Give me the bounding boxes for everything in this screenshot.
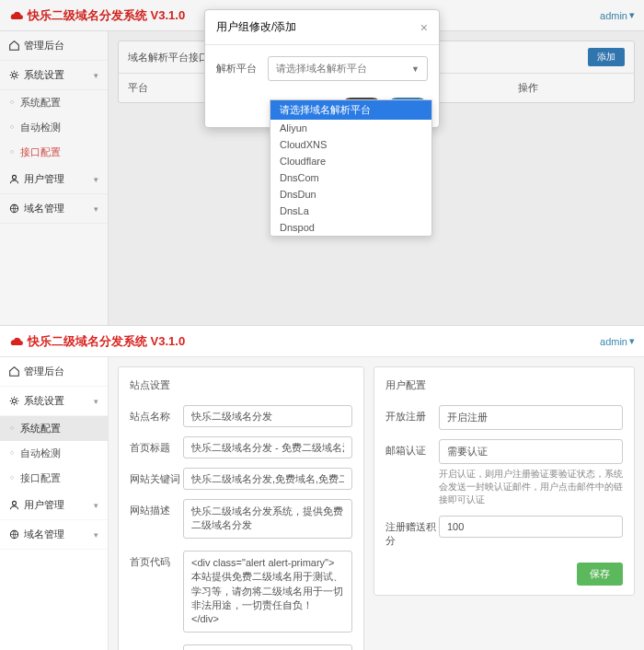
sidebar: 管理后台 系统设置▾ 系统配置 自动检测 接口配置 用户管理▾ 域名管理▾: [0, 357, 109, 650]
keywords-label: 网站关键词: [130, 468, 183, 486]
dd-option[interactable]: Dnspod: [270, 219, 431, 236]
card-title: 用户配置: [385, 378, 623, 392]
svg-point-4: [12, 501, 16, 505]
mail-hint: 开启认证，则用户注册验证要验证状态，系统会发送一封映认证邮件，用户点击邮件中的链…: [439, 468, 623, 506]
dd-option[interactable]: DnsDun: [270, 186, 431, 203]
notice-textarea[interactable]: 本站提供免费二级域名用于测试、学习等，请勿将二级域名用于一切非法用途，一切责任自…: [183, 644, 352, 650]
keywords-input[interactable]: [183, 468, 352, 490]
topbar: 快乐二级域名分发系统 V3.1.0 admin▾: [0, 326, 644, 357]
site-name-input[interactable]: [183, 405, 352, 427]
nav-system[interactable]: 系统设置▾: [0, 387, 108, 416]
dd-option[interactable]: DnsLa: [270, 203, 431, 219]
dd-option[interactable]: DnsCom: [270, 169, 431, 186]
homecode-label: 首页代码: [130, 551, 183, 569]
reg-select[interactable]: 开启注册: [439, 405, 623, 430]
notice-label: 用户公告: [130, 644, 183, 650]
pagetitle-label: 首页标题: [130, 436, 183, 455]
save-button[interactable]: 保存: [577, 563, 623, 586]
nav-sub-apiconf[interactable]: 接口配置: [0, 466, 108, 491]
reg-label: 开放注册: [385, 405, 439, 424]
dd-option[interactable]: CloudXNS: [270, 136, 431, 153]
gift-input[interactable]: [439, 516, 623, 538]
desc-label: 网站描述: [130, 499, 183, 517]
modal-title: 用户组修改/添加: [216, 19, 296, 35]
gift-label: 注册赠送积分: [385, 516, 439, 548]
chevron-down-icon: ▾: [94, 530, 98, 540]
nav-sub-sysconf[interactable]: 系统配置: [0, 416, 108, 441]
globe-icon: [9, 529, 19, 540]
nav-domains[interactable]: 域名管理▾: [0, 520, 108, 550]
dd-option[interactable]: Cloudflare: [270, 153, 431, 169]
platform-select[interactable]: 请选择域名解析平台 ▼: [268, 56, 428, 81]
platform-label: 解析平台: [216, 62, 260, 75]
home-icon: [9, 366, 19, 377]
gear-icon: [9, 396, 19, 406]
chevron-down-icon: ▼: [411, 64, 420, 74]
svg-point-3: [12, 399, 16, 402]
chevron-down-icon: ▾: [94, 501, 98, 510]
admin-menu[interactable]: admin▾: [600, 335, 635, 347]
user-config-card: 用户配置 开放注册 开启注册 邮箱认证 需要认证 开启认证，则用户注册验证要验证…: [374, 366, 635, 596]
cloud-icon: [9, 336, 24, 347]
dd-option[interactable]: 请选择域名解析平台: [270, 100, 431, 120]
chevron-down-icon: ▾: [629, 335, 635, 347]
card-title: 站点设置: [130, 378, 352, 392]
chevron-down-icon: ▾: [94, 397, 98, 406]
nav-dashboard[interactable]: 管理后台: [0, 357, 108, 387]
nav-users[interactable]: 用户管理▾: [0, 491, 108, 520]
site-settings-card: 站点设置 站点名称 首页标题 网站关键词: [118, 366, 364, 650]
homecode-textarea[interactable]: <div class="alert alert-primary"> 本站提供免费…: [183, 551, 352, 633]
mail-select[interactable]: 需要认证: [439, 439, 623, 464]
pagetitle-input[interactable]: [183, 436, 352, 458]
site-name-label: 站点名称: [130, 405, 183, 424]
platform-dropdown: 请选择域名解析平台 Aliyun CloudXNS Cloudflare Dns…: [270, 99, 432, 237]
mail-label: 邮箱认证: [385, 439, 439, 458]
desc-textarea[interactable]: 快乐二级域名分发系统，提供免费二级域名分发: [183, 499, 352, 539]
close-icon[interactable]: ×: [420, 20, 428, 35]
nav-sub-autodetect[interactable]: 自动检测: [0, 441, 108, 466]
user-icon: [9, 500, 19, 510]
dd-option[interactable]: Aliyun: [270, 120, 431, 136]
brand: 快乐二级域名分发系统 V3.1.0: [9, 333, 185, 350]
